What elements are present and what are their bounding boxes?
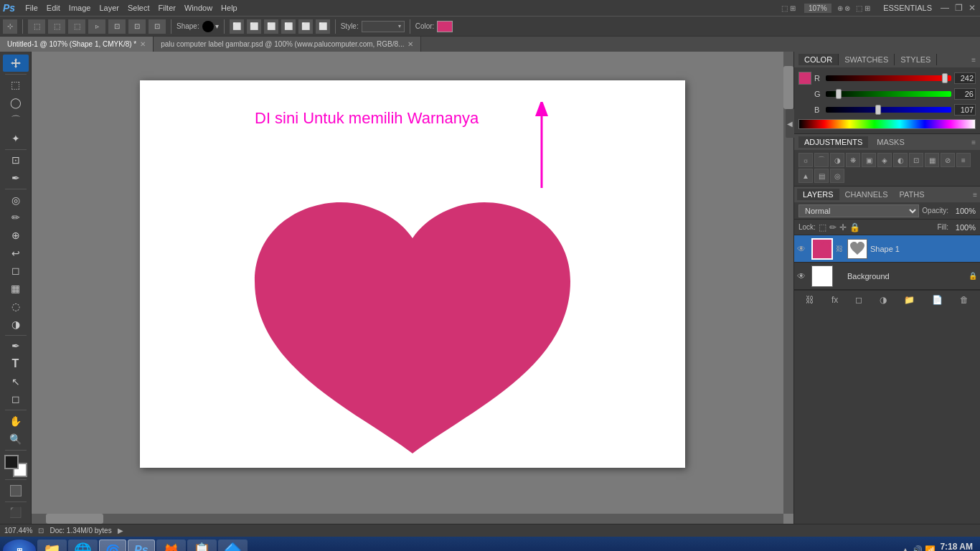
tab-swatches[interactable]: SWATCHES [839,54,895,65]
magic-wand-tool[interactable]: ✦ [3,130,29,147]
opacity-value[interactable]: 100% [951,207,976,215]
tab-untitled[interactable]: Untitled-1 @ 107% (Shape 1, CMYK/8) * ✕ [0,37,154,52]
adj-panel-collapse[interactable]: ≡ [971,138,976,146]
close-btn[interactable]: ✕ [969,3,976,13]
b-slider-thumb[interactable] [875,105,881,115]
layer-mask-btn[interactable]: ◻ [852,293,865,306]
b-value-input[interactable] [954,104,976,116]
g-slider-track[interactable] [826,91,951,97]
taskbar-ie[interactable]: 🌐 [68,540,98,551]
fill-value[interactable]: 100% [951,223,976,232]
history-brush-tool[interactable]: ↩ [3,245,29,262]
link-layers-btn[interactable]: ⛓ [803,293,817,306]
eraser-tool[interactable]: ◻ [3,263,29,280]
foreground-color-swatch[interactable] [4,455,19,469]
taskbar-explorer[interactable]: 📁 [37,540,67,551]
select-rect-tool[interactable]: ⬚ [3,77,29,94]
adj-selective-btn[interactable]: ◎ [830,169,844,183]
taskbar-app5[interactable]: 📋 [187,540,217,551]
taskbar-app6[interactable]: 🔷 [218,540,248,551]
tab-layers[interactable]: LAYERS [797,189,839,200]
r-slider-thumb[interactable] [942,73,948,83]
adj-threshold-btn[interactable]: ▲ [798,169,813,183]
options-btn-1[interactable]: ⬚ [28,19,45,34]
align-btn-5[interactable]: ⬜ [298,19,313,34]
options-btn-6[interactable]: ⊡ [128,19,146,34]
type-tool[interactable]: T [3,355,29,372]
new-layer-btn[interactable]: 📄 [929,293,946,306]
new-group-btn[interactable]: 📁 [901,293,918,306]
lock-pixels-icon[interactable]: ✏ [829,222,837,232]
b-slider-track[interactable] [826,107,951,113]
style-dropdown[interactable]: ▾ [362,21,405,32]
taskbar-chrome[interactable]: 🌀 [99,540,126,551]
zoom-tool[interactable]: 🔍 [3,430,29,448]
layer-background[interactable]: 👁 Background 🔒 [794,263,980,290]
color-panel-collapse[interactable]: ≡ [971,56,976,64]
adj-curves-btn[interactable]: ⌒ [814,153,829,167]
tab-styles[interactable]: STYLES [895,54,937,65]
menu-select[interactable]: Select [123,2,154,14]
taskbar-app4[interactable]: 🦊 [156,540,186,551]
lock-position-icon[interactable]: ✛ [839,222,847,232]
tab-palu[interactable]: palu computer label gambar.psd @ 100% (w… [154,37,421,52]
adj-exposure-btn[interactable]: ◑ [830,153,844,167]
color-main-swatch[interactable] [798,72,811,85]
menu-window[interactable]: Window [180,2,217,14]
adj-gradient-btn[interactable]: ▤ [814,169,829,183]
select-ellipse-tool[interactable]: ◯ [3,94,29,111]
adj-photo-btn[interactable]: ⊡ [909,153,923,167]
options-btn-3[interactable]: ⬚ [68,19,85,34]
lasso-tool[interactable]: ⌒ [3,112,29,129]
eyedropper-tool[interactable]: ✒ [3,169,29,187]
delete-layer-btn[interactable]: 🗑 [957,293,971,306]
new-adj-layer-btn[interactable]: ◑ [877,293,890,306]
menu-file[interactable]: File [21,2,42,14]
align-btn-4[interactable]: ⬜ [281,19,296,34]
essentials-button[interactable]: ESSENTIALS [879,2,936,14]
brush-tool[interactable]: ✏ [3,209,29,226]
adj-bw-btn[interactable]: ◐ [893,153,908,167]
options-btn-4[interactable]: ▹ [88,19,105,34]
tab-adjustments[interactable]: ADJUSTMENTS [798,136,868,148]
layer-eye-background[interactable]: 👁 [797,271,809,281]
pen-tool[interactable]: ✒ [3,337,29,354]
align-btn-6[interactable]: ⬜ [316,19,330,34]
blur-tool[interactable]: ◌ [3,298,29,315]
tab-close-palu[interactable]: ✕ [407,40,413,48]
layers-panel-collapse[interactable]: ≡ [973,191,977,199]
layer-style-btn[interactable]: fx [829,293,841,306]
tab-paths[interactable]: PATHS [894,189,930,200]
taskbar-photoshop[interactable]: Ps [128,540,155,551]
tab-color[interactable]: COLOR [798,54,839,65]
menu-edit[interactable]: Edit [42,2,65,14]
move-tool[interactable] [3,55,29,72]
color-spectrum-bar[interactable] [798,119,976,129]
g-slider-thumb[interactable] [836,89,842,99]
hand-tool[interactable]: ✋ [3,413,29,430]
adj-colorbalance-btn[interactable]: ◈ [877,153,892,167]
nav-arrow[interactable]: ▶ [118,527,123,534]
spot-heal-tool[interactable]: ◎ [3,192,29,209]
layer-shape1[interactable]: 👁 ⛓ Shape 1 [794,235,980,263]
adj-vibrance-btn[interactable]: ❋ [846,153,860,167]
shape-dropdown-arrow[interactable]: ▾ [215,22,219,30]
tab-channels[interactable]: CHANNELS [839,189,894,200]
move-tool-options[interactable]: ⊹ [3,19,17,34]
path-select-tool[interactable]: ↖ [3,373,29,390]
r-value-input[interactable] [954,72,976,84]
canvas-scroll[interactable]: DI sini Untuk memilih Warnanya [32,52,793,524]
align-btn-1[interactable]: ⬜ [230,19,244,34]
tab-masks[interactable]: MASKS [871,136,910,148]
options-btn-5[interactable]: ⊡ [108,19,126,34]
minimize-btn[interactable]: — [941,3,949,13]
start-button[interactable]: ⊞ [3,540,36,551]
stamp-tool[interactable]: ⊕ [3,227,29,244]
gradient-tool[interactable]: ▦ [3,280,29,297]
tab-close-untitled[interactable]: ✕ [140,40,146,48]
align-btn-3[interactable]: ⬜ [264,19,278,34]
blend-mode-dropdown[interactable]: Normal [798,204,919,217]
adj-invert-btn[interactable]: ⊘ [941,153,955,167]
layer-eye-shape1[interactable]: 👁 [797,244,809,254]
zoom-btn[interactable]: ⊡ [38,527,44,534]
